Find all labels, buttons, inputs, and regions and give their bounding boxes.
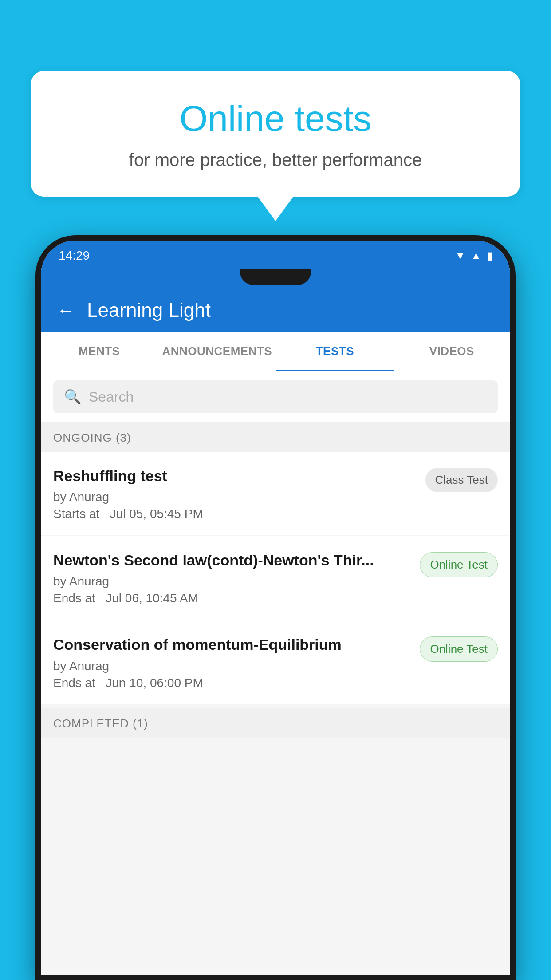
tab-tests[interactable]: TESTS bbox=[276, 332, 393, 371]
search-input-wrapper[interactable]: 🔍 Search bbox=[53, 380, 498, 413]
back-button[interactable]: ← bbox=[57, 300, 75, 320]
phone-screen: 14:29 ▼ ▲ ▮ ← Learning Light MENTS ANNOU… bbox=[41, 241, 510, 975]
app-bar: ← Learning Light bbox=[41, 288, 510, 332]
test-badge: Online Test bbox=[420, 636, 498, 662]
tab-announcements[interactable]: ANNOUNCEMENTS bbox=[157, 332, 276, 371]
status-time: 14:29 bbox=[59, 249, 90, 263]
status-icons: ▼ ▲ ▮ bbox=[455, 249, 492, 262]
test-item-author: by Anurag bbox=[53, 490, 415, 504]
test-item[interactable]: Newton's Second law(contd)-Newton's Thir… bbox=[41, 536, 510, 620]
tab-ments[interactable]: MENTS bbox=[41, 332, 157, 371]
speech-bubble: Online tests for more practice, better p… bbox=[31, 71, 520, 197]
test-item-title: Newton's Second law(contd)-Newton's Thir… bbox=[53, 550, 409, 570]
wifi-icon: ▼ bbox=[455, 249, 465, 262]
search-placeholder: Search bbox=[89, 389, 134, 405]
notch-area bbox=[41, 269, 510, 288]
search-icon: 🔍 bbox=[64, 388, 82, 405]
tab-videos[interactable]: VIDEOS bbox=[394, 332, 510, 371]
speech-bubble-container: Online tests for more practice, better p… bbox=[31, 71, 520, 221]
test-item[interactable]: Conservation of momentum-Equilibrium by … bbox=[41, 620, 510, 704]
speech-bubble-title: Online tests bbox=[67, 98, 484, 139]
ongoing-section-header: ONGOING (3) bbox=[41, 422, 510, 452]
test-item-author: by Anurag bbox=[53, 574, 409, 589]
test-item-date: Ends at Jul 06, 10:45 AM bbox=[53, 591, 409, 605]
test-item-title: Conservation of momentum-Equilibrium bbox=[53, 635, 409, 654]
phone-frame: 14:29 ▼ ▲ ▮ ← Learning Light MENTS ANNOU… bbox=[35, 235, 516, 980]
test-item-title: Reshuffling test bbox=[53, 466, 415, 486]
speech-bubble-subtitle: for more practice, better performance bbox=[67, 150, 484, 170]
tabs-container: MENTS ANNOUNCEMENTS TESTS VIDEOS bbox=[41, 332, 510, 371]
content-area: ONGOING (3) Reshuffling test by Anurag S… bbox=[41, 422, 510, 975]
test-item[interactable]: Reshuffling test by Anurag Starts at Jul… bbox=[41, 452, 510, 535]
test-item-author: by Anurag bbox=[53, 659, 409, 673]
test-item-info: Conservation of momentum-Equilibrium by … bbox=[53, 635, 420, 690]
signal-icon: ▲ bbox=[471, 249, 481, 262]
speech-bubble-arrow bbox=[258, 197, 293, 221]
test-item-date: Starts at Jul 05, 05:45 PM bbox=[53, 507, 415, 521]
app-bar-title: Learning Light bbox=[87, 299, 211, 321]
search-container: 🔍 Search bbox=[41, 371, 510, 422]
test-item-date: Ends at Jun 10, 06:00 PM bbox=[53, 676, 409, 690]
status-bar: 14:29 ▼ ▲ ▮ bbox=[41, 241, 510, 269]
test-item-info: Reshuffling test by Anurag Starts at Jul… bbox=[53, 466, 425, 521]
test-item-info: Newton's Second law(contd)-Newton's Thir… bbox=[53, 550, 420, 605]
test-badge: Online Test bbox=[420, 552, 498, 577]
notch bbox=[240, 269, 311, 285]
battery-icon: ▮ bbox=[487, 249, 492, 262]
completed-section-header: COMPLETED (1) bbox=[41, 708, 510, 738]
test-badge: Class Test bbox=[425, 468, 498, 492]
